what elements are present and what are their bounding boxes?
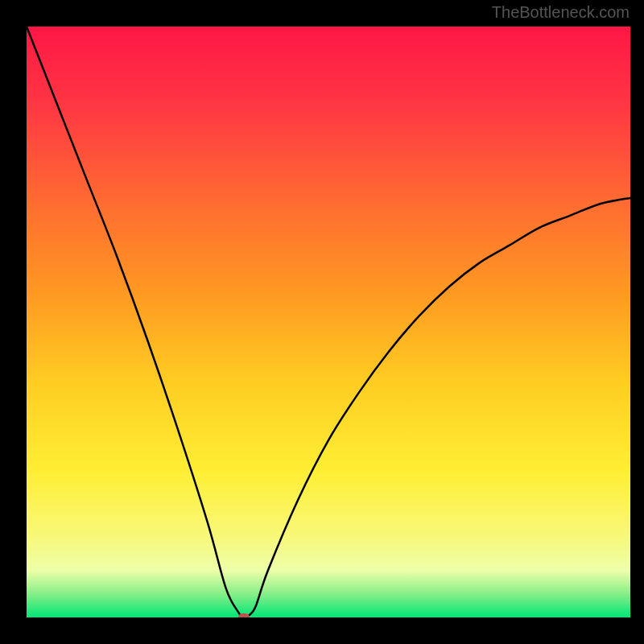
bottleneck-curve (27, 27, 630, 617)
curve-svg (27, 27, 630, 617)
plot-area (27, 27, 630, 617)
watermark-text: TheBottleneck.com (492, 3, 630, 22)
minimum-marker (238, 613, 250, 617)
